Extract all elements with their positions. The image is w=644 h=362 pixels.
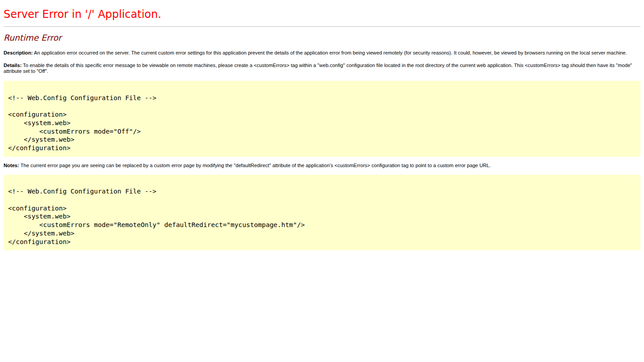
web-config-remoteonly-snippet: <!-- Web.Config Configuration File --> <… <box>5 176 639 249</box>
description-label: Description: <box>4 50 33 55</box>
details-paragraph: Details: To enable the details of this s… <box>4 63 640 74</box>
code-block-customerrors-remoteonly: <!-- Web.Config Configuration File --> <… <box>4 175 640 251</box>
title-divider <box>4 26 640 27</box>
server-error-page: Server Error in '/' Application. Runtime… <box>4 8 640 250</box>
notes-text: The current error page you are seeing ca… <box>21 163 491 168</box>
notes-paragraph: Notes: The current error page you are se… <box>4 163 640 168</box>
notes-label: Notes: <box>4 163 19 168</box>
web-config-off-snippet: <!-- Web.Config Configuration File --> <… <box>5 82 639 156</box>
description-text: An application error occurred on the ser… <box>34 50 627 55</box>
page-title: Server Error in '/' Application. <box>4 8 640 21</box>
code-block-customerrors-off: <!-- Web.Config Configuration File --> <… <box>4 81 640 157</box>
details-text: To enable the details of this specific e… <box>4 63 632 74</box>
details-label: Details: <box>4 63 21 68</box>
description-paragraph: Description: An application error occurr… <box>4 50 640 56</box>
error-heading: Runtime Error <box>4 33 640 43</box>
